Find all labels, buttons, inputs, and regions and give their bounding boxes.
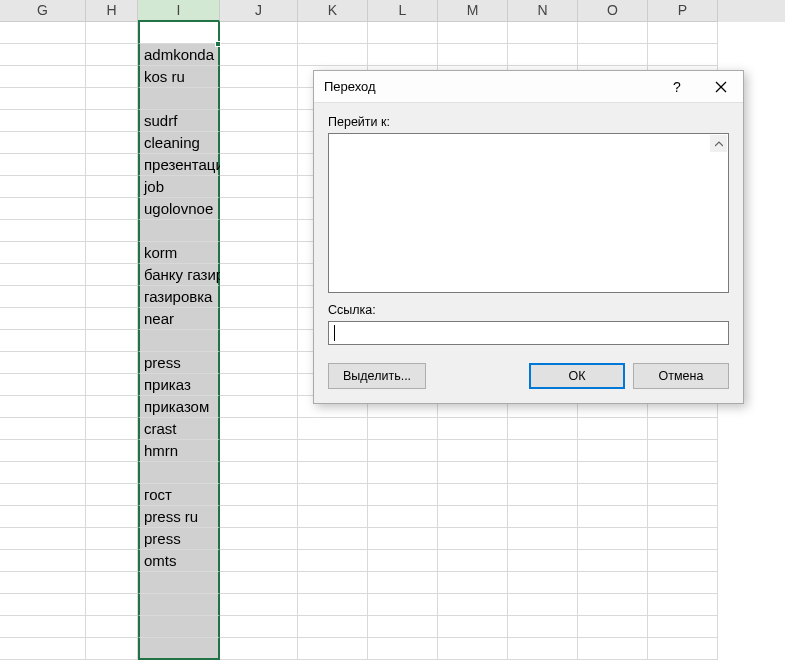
- cell[interactable]: [0, 572, 86, 594]
- cell[interactable]: [0, 110, 86, 132]
- column-header-L[interactable]: L: [368, 0, 438, 22]
- cell[interactable]: приказом: [138, 396, 220, 418]
- cell[interactable]: [86, 220, 138, 242]
- cell[interactable]: [0, 594, 86, 616]
- cell[interactable]: [86, 264, 138, 286]
- cell[interactable]: [0, 22, 86, 44]
- cell[interactable]: банку газировки: [138, 264, 220, 286]
- cell[interactable]: [86, 66, 138, 88]
- cell[interactable]: [648, 572, 718, 594]
- cell[interactable]: [0, 352, 86, 374]
- cell[interactable]: [220, 352, 298, 374]
- cell[interactable]: [220, 594, 298, 616]
- cell[interactable]: [220, 528, 298, 550]
- cell[interactable]: [0, 242, 86, 264]
- cell[interactable]: [220, 286, 298, 308]
- cell[interactable]: [0, 66, 86, 88]
- cell[interactable]: [0, 220, 86, 242]
- cell[interactable]: [578, 22, 648, 44]
- special-button[interactable]: Выделить...: [328, 363, 426, 389]
- cell[interactable]: [438, 462, 508, 484]
- cell[interactable]: [220, 462, 298, 484]
- cell[interactable]: crast: [138, 418, 220, 440]
- cell[interactable]: [138, 594, 220, 616]
- dialog-titlebar[interactable]: Переход ?: [314, 71, 743, 103]
- cell[interactable]: [86, 88, 138, 110]
- cell[interactable]: [508, 506, 578, 528]
- cell[interactable]: [220, 132, 298, 154]
- cell[interactable]: [508, 462, 578, 484]
- cell[interactable]: [578, 462, 648, 484]
- cell[interactable]: kos ru: [138, 66, 220, 88]
- cell[interactable]: [138, 638, 220, 660]
- cell[interactable]: [298, 528, 368, 550]
- cell[interactable]: [648, 594, 718, 616]
- cell[interactable]: [86, 330, 138, 352]
- cell[interactable]: near: [138, 308, 220, 330]
- cell[interactable]: [0, 44, 86, 66]
- cell[interactable]: [86, 550, 138, 572]
- cell[interactable]: [368, 506, 438, 528]
- cell[interactable]: [0, 374, 86, 396]
- cell[interactable]: [86, 198, 138, 220]
- cell[interactable]: cleaning: [138, 132, 220, 154]
- cell[interactable]: press: [138, 352, 220, 374]
- cell[interactable]: [298, 440, 368, 462]
- cell[interactable]: [86, 110, 138, 132]
- cell[interactable]: [0, 198, 86, 220]
- cell[interactable]: [368, 616, 438, 638]
- cell[interactable]: [578, 594, 648, 616]
- cell[interactable]: [220, 88, 298, 110]
- cell[interactable]: [0, 440, 86, 462]
- cell[interactable]: [0, 462, 86, 484]
- cell[interactable]: [86, 638, 138, 660]
- cell[interactable]: [0, 506, 86, 528]
- cell[interactable]: [578, 484, 648, 506]
- cell[interactable]: [438, 594, 508, 616]
- cell[interactable]: [86, 352, 138, 374]
- cell[interactable]: [298, 22, 368, 44]
- column-header-J[interactable]: J: [220, 0, 298, 22]
- cell[interactable]: газировка: [138, 286, 220, 308]
- cell[interactable]: [86, 242, 138, 264]
- cell[interactable]: [138, 572, 220, 594]
- cell[interactable]: [0, 176, 86, 198]
- cell[interactable]: [508, 616, 578, 638]
- cell[interactable]: [508, 594, 578, 616]
- cell[interactable]: [298, 616, 368, 638]
- cell[interactable]: [220, 264, 298, 286]
- cell[interactable]: [438, 550, 508, 572]
- goto-listbox[interactable]: [328, 133, 729, 293]
- cell[interactable]: [508, 572, 578, 594]
- cell[interactable]: [438, 22, 508, 44]
- cell[interactable]: [138, 330, 220, 352]
- cell[interactable]: [0, 330, 86, 352]
- cell[interactable]: [86, 176, 138, 198]
- cell[interactable]: [578, 638, 648, 660]
- cell[interactable]: korm: [138, 242, 220, 264]
- cell[interactable]: [220, 198, 298, 220]
- cell[interactable]: [508, 638, 578, 660]
- cell[interactable]: [648, 638, 718, 660]
- cell[interactable]: [368, 462, 438, 484]
- cell[interactable]: [508, 550, 578, 572]
- help-button[interactable]: ?: [655, 72, 699, 102]
- cell[interactable]: [86, 286, 138, 308]
- cell[interactable]: [578, 44, 648, 66]
- cell[interactable]: [508, 22, 578, 44]
- cell[interactable]: [368, 572, 438, 594]
- cell[interactable]: [438, 418, 508, 440]
- column-header-H[interactable]: H: [86, 0, 138, 22]
- cell[interactable]: [220, 374, 298, 396]
- cell[interactable]: [0, 286, 86, 308]
- cell[interactable]: [298, 484, 368, 506]
- cell[interactable]: [368, 418, 438, 440]
- cell[interactable]: sudrf: [138, 110, 220, 132]
- cell[interactable]: [298, 506, 368, 528]
- cell[interactable]: [368, 22, 438, 44]
- cell[interactable]: [138, 22, 220, 44]
- cell[interactable]: [0, 528, 86, 550]
- cell[interactable]: ugolovnoe: [138, 198, 220, 220]
- cell[interactable]: [86, 132, 138, 154]
- cell[interactable]: [138, 616, 220, 638]
